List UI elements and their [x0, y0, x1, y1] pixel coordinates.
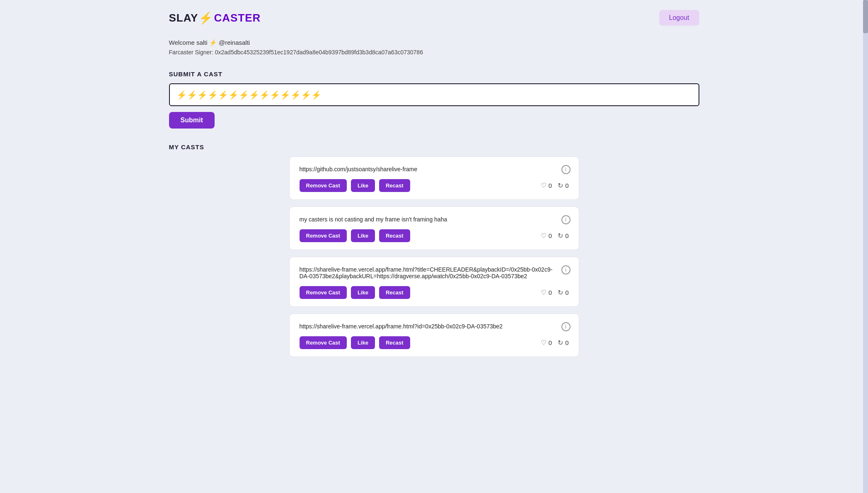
cast-input[interactable] [169, 83, 699, 106]
likes-count: 0 [549, 339, 552, 346]
cast-card: https://sharelive-frame.vercel.app/frame… [289, 313, 579, 357]
remove-cast-button[interactable]: Remove Cast [300, 336, 347, 349]
logo: SLAY ⚡ CASTER [169, 11, 261, 25]
heart-icon: ♡ [541, 182, 546, 189]
cast-stats: ♡ 0 ↻ 0 [541, 339, 569, 347]
casts-section: MY CASTS https://github.com/justsoantsy/… [169, 143, 699, 357]
cast-card: my casters is not casting and my frame i… [289, 206, 579, 250]
signer-value: 0x2ad5dbc45325239f51ec1927dad9a8e04b9397… [215, 49, 423, 56]
info-icon[interactable]: i [561, 265, 571, 274]
heart-icon: ♡ [541, 232, 546, 240]
cast-stats: ♡ 0 ↻ 0 [541, 289, 569, 296]
info-icon[interactable]: i [561, 165, 571, 174]
cast-buttons: Remove Cast Like Recast [300, 286, 410, 299]
info-icon[interactable]: i [561, 322, 571, 331]
recasts-stat: ↻ 0 [558, 232, 568, 240]
cast-text: my casters is not casting and my frame i… [300, 216, 569, 223]
likes-count: 0 [549, 232, 552, 239]
likes-count: 0 [549, 289, 552, 296]
recasts-count: 0 [565, 289, 568, 296]
recasts-count: 0 [565, 232, 568, 239]
recast-icon: ↻ [558, 182, 563, 189]
recast-icon: ↻ [558, 339, 563, 347]
cast-list: https://github.com/justsoantsy/sharelive… [169, 156, 699, 357]
remove-cast-button[interactable]: Remove Cast [300, 229, 347, 242]
logo-bolt-icon: ⚡ [198, 11, 213, 25]
remove-cast-button[interactable]: Remove Cast [300, 286, 347, 299]
submit-section: SUBMIT A CAST Submit [169, 70, 699, 129]
likes-stat: ♡ 0 [541, 232, 552, 240]
recast-button[interactable]: Recast [379, 229, 410, 242]
cast-card: https://sharelive-frame.vercel.app/frame… [289, 257, 579, 307]
casts-section-title: MY CASTS [169, 143, 699, 151]
likes-stat: ♡ 0 [541, 182, 552, 189]
cast-text: https://sharelive-frame.vercel.app/frame… [300, 323, 569, 330]
logo-caster-text: CASTER [214, 12, 261, 24]
cast-actions: Remove Cast Like Recast ♡ 0 ↻ 0 [300, 286, 569, 299]
recast-button[interactable]: Recast [379, 179, 410, 192]
cast-card: https://github.com/justsoantsy/sharelive… [289, 156, 579, 200]
logo-slay-text: SLAY [169, 12, 198, 24]
heart-icon: ♡ [541, 289, 546, 296]
recasts-stat: ↻ 0 [558, 339, 568, 347]
cast-text: https://github.com/justsoantsy/sharelive… [300, 166, 569, 172]
cast-buttons: Remove Cast Like Recast [300, 229, 410, 242]
logout-button[interactable]: Logout [659, 10, 699, 26]
recasts-stat: ↻ 0 [558, 289, 568, 296]
submit-button[interactable]: Submit [169, 112, 215, 129]
info-icon[interactable]: i [561, 215, 571, 224]
like-button[interactable]: Like [351, 229, 375, 242]
heart-icon: ♡ [541, 339, 546, 347]
recast-icon: ↻ [558, 289, 563, 296]
cast-stats: ♡ 0 ↻ 0 [541, 182, 569, 189]
recasts-count: 0 [565, 339, 568, 346]
like-button[interactable]: Like [351, 336, 375, 349]
cast-actions: Remove Cast Like Recast ♡ 0 ↻ 0 [300, 336, 569, 349]
cast-stats: ♡ 0 ↻ 0 [541, 232, 569, 240]
user-info: Welcome salti ⚡ @reinasalti Farcaster Si… [169, 34, 699, 56]
cast-actions: Remove Cast Like Recast ♡ 0 ↻ 0 [300, 229, 569, 242]
like-button[interactable]: Like [351, 286, 375, 299]
cast-actions: Remove Cast Like Recast ♡ 0 ↻ 0 [300, 179, 569, 192]
cast-buttons: Remove Cast Like Recast [300, 179, 410, 192]
like-button[interactable]: Like [351, 179, 375, 192]
recast-icon: ↻ [558, 232, 563, 240]
recasts-count: 0 [565, 182, 568, 189]
header: SLAY ⚡ CASTER Logout [169, 0, 699, 34]
likes-stat: ♡ 0 [541, 339, 552, 347]
recasts-stat: ↻ 0 [558, 182, 568, 189]
likes-stat: ♡ 0 [541, 289, 552, 296]
cast-buttons: Remove Cast Like Recast [300, 336, 410, 349]
signer-line: Farcaster Signer: 0x2ad5dbc45325239f51ec… [169, 49, 699, 56]
welcome-text: Welcome salti ⚡ @reinasalti [169, 39, 699, 46]
likes-count: 0 [549, 182, 552, 189]
recast-button[interactable]: Recast [379, 286, 410, 299]
signer-label: Farcaster Signer: [169, 49, 213, 56]
cast-text: https://sharelive-frame.vercel.app/frame… [300, 266, 569, 279]
submit-section-title: SUBMIT A CAST [169, 70, 699, 78]
recast-button[interactable]: Recast [379, 336, 410, 349]
remove-cast-button[interactable]: Remove Cast [300, 179, 347, 192]
